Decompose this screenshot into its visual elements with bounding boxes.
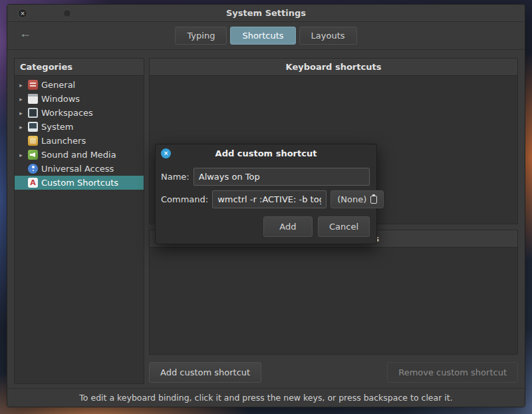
windows-icon [28,94,38,104]
sidebar-item-launchers[interactable]: Launchers [15,134,144,148]
bindings-list[interactable] [150,248,517,354]
back-button[interactable]: ← [19,27,31,39]
sidebar-item-label: Universal Access [41,164,114,174]
tab-typing[interactable]: Typing [175,27,227,45]
dialog-close-button[interactable]: × [161,148,171,158]
desktop: { "colors": { "tab-active": "#6d93a1", "… [0,0,532,414]
name-row: Name: [161,168,370,186]
sidebar-item-system[interactable]: ▸ System [15,120,144,134]
workspaces-icon [28,108,38,118]
remove-custom-shortcut-button[interactable]: Remove custom shortcut [387,362,518,383]
dialog-cancel-button[interactable]: Cancel [318,216,370,237]
sound-and-media-icon [28,150,38,160]
tab-shortcuts[interactable]: Shortcuts [230,27,295,45]
system-icon [28,122,38,132]
custom-shortcut-actions: Add custom shortcut Remove custom shortc… [149,360,518,384]
sidebar-item-label: Windows [41,94,80,104]
sidebar-item-workspaces[interactable]: ▸ Workspaces [15,106,144,120]
expander-icon[interactable]: ▸ [17,124,25,130]
general-icon [28,80,38,90]
keyboard-bindings-panel: Keyboard bindings [149,230,518,355]
tab-group: Typing Shortcuts Layouts [175,27,356,45]
back-icon: ← [19,27,31,40]
custom-shortcuts-icon [28,178,38,188]
close-icon: × [164,150,169,156]
keybinding-picker-button[interactable]: (None) [331,190,384,208]
sidebar-item-label: Workspaces [41,108,93,118]
sidebar-item-sound-and-media[interactable]: ▸ Sound and Media [15,148,144,162]
dialog-titlebar[interactable]: × Add custom shortcut [156,144,376,163]
footer-hint: To edit a keyboard binding, click it and… [7,388,525,407]
command-label: Command: [161,194,208,204]
name-input[interactable] [194,168,370,186]
expander-icon[interactable]: ▸ [17,96,25,103]
expander-icon[interactable]: ▸ [17,82,25,89]
sidebar-item-custom-shortcuts[interactable]: Custom Shortcuts [15,176,144,190]
sidebar-item-label: Launchers [41,136,86,146]
titlebar[interactable]: × System Settings [7,5,525,22]
expander-icon[interactable]: ▸ [17,152,25,158]
dialog-add-button[interactable]: Add [263,216,313,237]
command-input[interactable] [212,190,327,208]
paste-icon [370,196,377,204]
add-custom-shortcut-button[interactable]: Add custom shortcut [149,362,261,383]
command-row: Command: (None) [161,190,370,208]
name-label: Name: [161,172,190,182]
expander-icon[interactable]: ▸ [17,110,25,116]
categories-list: ▸ General ▸ Windows ▸ Workspaces ▸ [15,76,144,383]
sidebar-item-universal-access[interactable]: Universal Access [15,162,144,176]
sidebar-item-windows[interactable]: ▸ Windows [15,92,144,106]
sidebar-item-general[interactable]: ▸ General [15,78,144,92]
sidebar-item-label: System [41,122,73,132]
sidebar-item-label: Custom Shortcuts [41,178,118,188]
window-title: System Settings [7,5,525,22]
dialog-title: Add custom shortcut [156,144,376,163]
toolbar: ← Typing Shortcuts Layouts [7,22,525,50]
tab-layouts[interactable]: Layouts [299,27,357,45]
system-settings-window: × System Settings ← Typing Shortcuts Lay… [7,4,525,407]
add-custom-shortcut-dialog: × Add custom shortcut Name: Command: (No… [155,144,377,244]
dialog-actions: Add Cancel [156,216,370,237]
picker-label: (None) [337,194,366,204]
sidebar-item-label: General [41,80,75,90]
universal-access-icon [28,164,38,174]
keyboard-shortcuts-header: Keyboard shortcuts [150,59,517,76]
sidebar-item-label: Sound and Media [41,150,116,160]
categories-header: Categories [15,59,144,76]
categories-panel: Categories ▸ General ▸ Windows ▸ Workspa… [14,58,144,384]
launchers-icon [28,136,38,146]
